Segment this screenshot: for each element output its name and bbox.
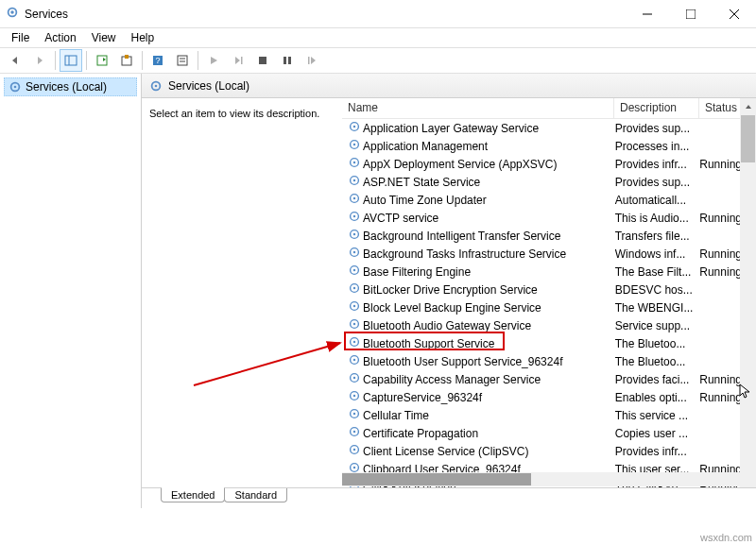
toolbar: ? <box>0 47 756 74</box>
svg-point-57 <box>353 413 355 415</box>
scroll-up-arrow[interactable] <box>740 98 756 114</box>
pause-service-button[interactable] <box>276 49 299 72</box>
service-row[interactable]: Bluetooth User Support Service_96324fThe… <box>342 352 756 370</box>
menubar: File Action View Help <box>0 28 756 47</box>
minimize-button[interactable] <box>626 0 669 28</box>
content-pane: Services (Local) Select an item to view … <box>142 74 756 508</box>
tab-extended[interactable]: Extended <box>161 487 225 502</box>
svg-point-63 <box>353 467 355 468</box>
service-description: Provides sup... <box>615 176 700 189</box>
service-name: AVCTP service <box>363 212 615 225</box>
service-row[interactable]: Client License Service (ClipSVC)Provides… <box>342 442 756 460</box>
svg-point-55 <box>353 395 355 397</box>
service-row[interactable]: Bluetooth Audio Gateway ServiceService s… <box>342 316 756 334</box>
service-row[interactable]: Block Level Backup Engine ServiceThe WBE… <box>342 298 756 316</box>
vertical-scrollbar[interactable] <box>740 98 756 508</box>
service-description: The Bluetoo... <box>615 355 700 368</box>
service-name: Background Tasks Infrastructure Service <box>363 247 615 261</box>
properties-button[interactable] <box>171 49 194 72</box>
svg-rect-17 <box>284 57 286 64</box>
gear-icon <box>9 80 22 94</box>
gear-icon <box>348 120 363 136</box>
forward-button[interactable] <box>28 49 51 72</box>
content-header-title: Services (Local) <box>168 79 249 93</box>
service-row[interactable]: Background Intelligent Transfer ServiceT… <box>342 227 756 245</box>
service-name: Application Layer Gateway Service <box>363 122 615 135</box>
svg-point-29 <box>353 162 355 163</box>
service-name: ASP.NET State Service <box>363 176 615 189</box>
service-name: Capability Access Manager Service <box>363 373 615 386</box>
svg-point-39 <box>353 251 355 253</box>
service-row[interactable]: Cellular TimeThis service ... <box>342 406 756 424</box>
gear-icon <box>348 299 363 315</box>
restart-service-button[interactable] <box>301 49 323 72</box>
description-pane: Select an item to view its description. <box>142 98 342 508</box>
service-description: Service supp... <box>615 319 700 332</box>
maximize-button[interactable] <box>669 0 713 28</box>
column-name[interactable]: Name <box>342 98 614 118</box>
start-service-button[interactable] <box>202 49 225 72</box>
service-row[interactable]: Bluetooth Support ServiceThe Bluetoo... <box>342 334 756 352</box>
service-row[interactable]: Application Layer Gateway ServiceProvide… <box>342 119 756 137</box>
gear-icon <box>348 335 363 351</box>
stop-service-button[interactable] <box>251 49 274 72</box>
service-description: Copies user ... <box>615 427 700 440</box>
svg-point-37 <box>353 233 355 235</box>
svg-point-59 <box>353 431 355 433</box>
export-button[interactable] <box>115 49 138 72</box>
service-description: This service ... <box>615 409 700 422</box>
service-name: Client License Service (ClipSVC) <box>363 445 615 458</box>
hscroll-thumb[interactable] <box>342 473 531 485</box>
gear-icon <box>348 443 363 459</box>
svg-text:?: ? <box>155 56 160 65</box>
service-description: This is Audio... <box>615 212 700 225</box>
menu-file[interactable]: File <box>4 29 37 46</box>
service-description: Enables opti... <box>615 391 700 404</box>
svg-rect-15 <box>241 57 243 64</box>
gear-icon <box>348 228 363 244</box>
gear-icon <box>348 192 363 208</box>
tab-standard[interactable]: Standard <box>224 488 287 502</box>
service-row[interactable]: Base Filtering EngineThe Base Filt...Run… <box>342 263 756 281</box>
gear-icon <box>348 371 363 387</box>
svg-point-51 <box>353 359 355 361</box>
service-row[interactable]: BitLocker Drive Encryption ServiceBDESVC… <box>342 281 756 298</box>
svg-rect-6 <box>65 56 77 65</box>
menu-view[interactable]: View <box>84 29 124 46</box>
svg-rect-16 <box>259 57 266 64</box>
show-hide-tree-button[interactable] <box>60 49 82 72</box>
service-name: AppX Deployment Service (AppXSVC) <box>363 158 615 171</box>
service-row[interactable]: ASP.NET State ServiceProvides sup... <box>342 173 756 191</box>
service-row[interactable]: Certificate PropagationCopies user ... <box>342 424 756 442</box>
gear-icon <box>348 281 363 298</box>
svg-point-33 <box>353 197 355 199</box>
service-description: The WBENGI... <box>615 301 700 315</box>
scroll-thumb[interactable] <box>741 115 755 162</box>
svg-point-1 <box>10 10 14 14</box>
help-button[interactable]: ? <box>146 49 169 72</box>
svg-point-27 <box>353 144 355 145</box>
tree-services-local[interactable]: Services (Local) <box>4 77 137 96</box>
service-row[interactable]: Auto Time Zone UpdaterAutomaticall... <box>342 191 756 209</box>
svg-point-35 <box>353 215 355 217</box>
menu-help[interactable]: Help <box>124 29 163 46</box>
refresh-button[interactable] <box>91 49 113 72</box>
svg-point-21 <box>14 86 17 89</box>
service-row[interactable]: AppX Deployment Service (AppXSVC)Provide… <box>342 155 756 173</box>
horizontal-scrollbar[interactable] <box>342 472 740 486</box>
service-row[interactable]: AVCTP serviceThis is Audio...Running <box>342 209 756 227</box>
service-description: BDESVC hos... <box>615 283 700 297</box>
service-row[interactable]: CaptureService_96324fEnables opti...Runn… <box>342 388 756 406</box>
gear-icon <box>348 407 363 423</box>
menu-action[interactable]: Action <box>37 29 83 46</box>
svg-point-53 <box>353 377 355 379</box>
svg-rect-8 <box>97 56 107 65</box>
column-description[interactable]: Description <box>614 98 699 118</box>
back-button[interactable] <box>4 49 26 72</box>
description-prompt: Select an item to view its description. <box>149 108 319 119</box>
step-button[interactable] <box>227 49 249 72</box>
service-row[interactable]: Capability Access Manager ServiceProvide… <box>342 370 756 388</box>
service-row[interactable]: Background Tasks Infrastructure ServiceW… <box>342 245 756 263</box>
service-row[interactable]: Application ManagementProcesses in... <box>342 137 756 155</box>
close-button[interactable] <box>713 0 756 28</box>
